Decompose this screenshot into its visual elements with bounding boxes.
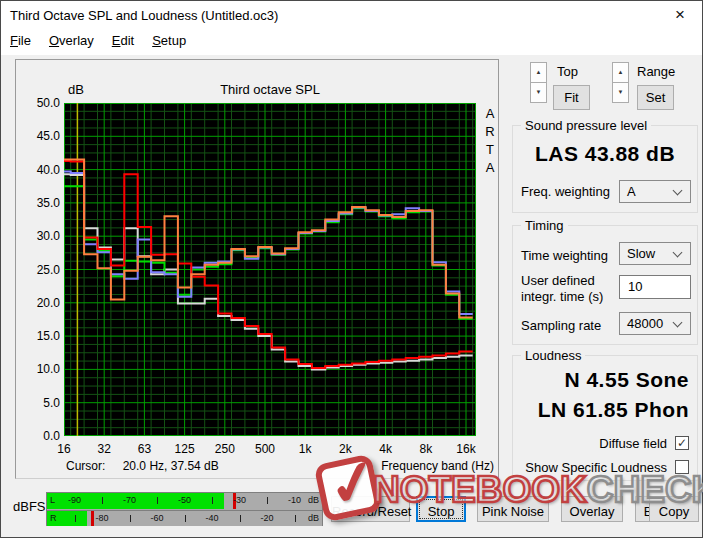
fit-button[interactable]: Fit xyxy=(553,85,590,110)
x-tick-label: 63 xyxy=(138,442,151,456)
meter-tick xyxy=(185,515,186,522)
series-blue xyxy=(64,172,473,315)
window-title: Third Octave SPL and Loudness (Untitled.… xyxy=(10,8,278,23)
range-spin-up-icon[interactable]: ▲ xyxy=(612,62,629,83)
top-spin-down-icon[interactable]: ▼ xyxy=(530,82,547,103)
time-weighting-value: Slow xyxy=(627,246,655,261)
x-tick-label: 250 xyxy=(215,442,235,456)
menu-item-edit[interactable]: Edit xyxy=(103,29,143,53)
meter-scale-label: -30 xyxy=(233,495,246,505)
record-reset-button[interactable]: Record/Reset xyxy=(331,496,410,522)
freq-weighting-value: A xyxy=(627,184,636,199)
meter-tick xyxy=(212,497,213,504)
x-tick-label: 16k xyxy=(456,442,475,456)
chevron-down-icon xyxy=(673,186,683,196)
meter-unit-label: dB xyxy=(308,495,319,505)
sampling-rate-value: 48000 xyxy=(627,316,663,331)
x-tick-label: 4k xyxy=(379,442,392,456)
y-tick-label: 15.0 xyxy=(18,329,60,343)
timing-group-label: Timing xyxy=(521,218,568,233)
y-tick-label: 20.0 xyxy=(18,296,60,310)
cursor-readout: Cursor: 20.0 Hz, 37.54 dB xyxy=(66,459,219,473)
spl-plot-svg xyxy=(64,103,476,436)
x-tick-label: 2k xyxy=(339,442,352,456)
y-tick-label: 45.0 xyxy=(18,129,60,143)
chevron-down-icon xyxy=(673,318,683,328)
top-spinner: ▲ ▼ xyxy=(530,62,547,104)
spl-group-label: Sound pressure level xyxy=(521,118,651,133)
freq-weighting-select[interactable]: A xyxy=(619,180,691,203)
meter-scale-label: -80 xyxy=(95,513,108,523)
x-axis-title: Frequency band (Hz) xyxy=(381,459,494,473)
pink-noise-button[interactable]: Pink Noise xyxy=(477,496,549,522)
meter-tick xyxy=(75,515,76,522)
cursor-value: 20.0 Hz, 37.54 dB xyxy=(123,459,219,473)
time-weighting-select[interactable]: Slow xyxy=(619,242,691,265)
meter-channel-label: R xyxy=(50,513,57,523)
sone-value: N 4.55 Sone xyxy=(564,368,689,392)
y-tick-label: 5.0 xyxy=(18,396,60,410)
meter-tick xyxy=(130,515,131,522)
meter-row-r: R-80-60-40-20dB xyxy=(47,510,322,526)
meter-tick xyxy=(267,497,268,504)
cursor-label: Cursor: xyxy=(66,459,105,473)
y-tick-label: 35.0 xyxy=(18,196,60,210)
meter-tick xyxy=(240,515,241,522)
menu-bar: FileOverlayEditSetup xyxy=(1,29,702,55)
meter-scale-label: -40 xyxy=(205,513,218,523)
integr-time-input[interactable]: 10 xyxy=(619,275,691,299)
stop-button[interactable]: Stop xyxy=(416,496,466,522)
spl-plot[interactable] xyxy=(64,103,476,436)
freq-weighting-label: Freq. weighting xyxy=(521,184,610,199)
phon-value: LN 61.85 Phon xyxy=(538,398,689,422)
meter-scale-label: -20 xyxy=(260,513,273,523)
meter-tick xyxy=(157,497,158,504)
integr-time-label-line1: User defined xyxy=(521,273,595,288)
range-label: Range xyxy=(637,64,675,79)
y-tick-label: 30.0 xyxy=(18,229,60,243)
x-tick-label: 8k xyxy=(419,442,432,456)
y-tick-label: 40.0 xyxy=(18,163,60,177)
close-icon[interactable]: × xyxy=(667,4,693,26)
sampling-rate-label: Sampling rate xyxy=(521,318,601,333)
level-meter: L-90-70-50-30-10dBR-80-60-40-20dB xyxy=(46,492,323,526)
y-tick-label: 10.0 xyxy=(18,362,60,376)
range-spinner: ▲ ▼ xyxy=(612,62,629,104)
set-button[interactable]: Set xyxy=(637,85,674,110)
top-label: Top xyxy=(557,64,578,79)
meter-channel-label: L xyxy=(50,495,55,505)
x-tick-label: 32 xyxy=(98,442,111,456)
show-specific-loudness-checkbox[interactable] xyxy=(675,460,689,474)
x-tick-label: 1k xyxy=(299,442,312,456)
top-spin-up-icon[interactable]: ▲ xyxy=(530,62,547,83)
integr-time-label-line2: integr. time (s) xyxy=(521,289,603,304)
diffuse-field-checkbox[interactable]: ✓ xyxy=(675,436,689,450)
meter-row-l: L-90-70-50-30-10dB xyxy=(47,493,322,509)
right-panel: ▲ ▼ Top Fit ▲ ▼ Range Set Sound pressure… xyxy=(506,55,702,537)
y-tick-label: 50.0 xyxy=(18,96,60,110)
menu-item-file[interactable]: File xyxy=(1,29,40,53)
y-tick-label: 0.0 xyxy=(18,429,60,443)
chart-title: Third octave SPL xyxy=(64,82,476,97)
dbfs-label: dBFS xyxy=(13,499,46,514)
x-tick-label: 16 xyxy=(57,442,70,456)
sampling-rate-select[interactable]: 48000 xyxy=(619,312,691,335)
spl-group: Sound pressure level LAS 43.88 dB Freq. … xyxy=(512,125,698,213)
copy-button[interactable]: Copy xyxy=(649,496,699,522)
meter-tick xyxy=(102,497,103,504)
meter-unit-label: dB xyxy=(308,513,319,523)
spl-value: LAS 43.88 dB xyxy=(513,142,697,166)
arta-branding-text: A R T A xyxy=(483,105,497,177)
meter-scale-label: -10 xyxy=(288,495,301,505)
x-tick-label: 500 xyxy=(255,442,275,456)
meter-scale-label: -70 xyxy=(123,495,136,505)
chevron-down-icon xyxy=(673,248,683,258)
menu-item-overlay[interactable]: Overlay xyxy=(40,29,103,53)
range-spin-down-icon[interactable]: ▼ xyxy=(612,82,629,103)
overlay-button[interactable]: Overlay xyxy=(561,496,623,522)
loudness-group: Loudness N 4.55 Sone LN 61.85 Phon Diffu… xyxy=(512,355,698,481)
menu-item-setup[interactable]: Setup xyxy=(143,29,195,53)
series-orange xyxy=(64,160,473,318)
x-tick-label: 125 xyxy=(175,442,195,456)
meter-tick xyxy=(295,515,296,522)
